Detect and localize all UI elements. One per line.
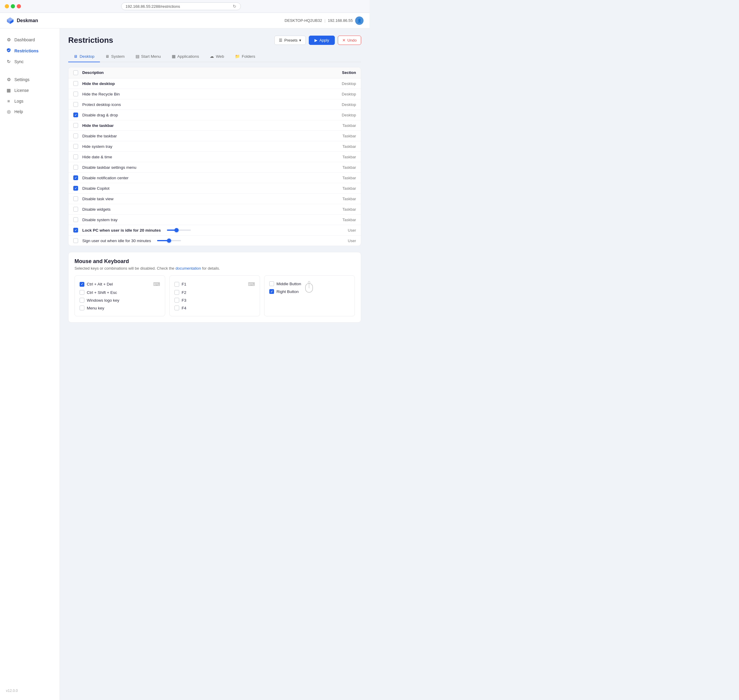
kb-grid: Ctrl + Alt + Del ⌨ Ctrl + Shift + Esc Wi… <box>75 275 355 316</box>
header-right: DESKTOP-HQ2UB32 | 192.168.86.55 👤 <box>285 16 363 25</box>
tabs-bar: 🖥 Desktop 🖥 System ▤ Start Menu ▦ Applic… <box>68 51 361 62</box>
address-bar[interactable]: 192.168.86.55:2288/restrictions ↻ <box>121 2 241 10</box>
row-5-checkbox[interactable] <box>73 134 78 138</box>
tab-desktop[interactable]: 🖥 Desktop <box>68 51 100 62</box>
sidebar-nav: ⚙ Dashboard Restrictions ↻ Sync <box>0 34 60 120</box>
row-2-checkbox[interactable] <box>73 102 78 107</box>
main-layout: ⚙ Dashboard Restrictions ↻ Sync <box>0 28 369 700</box>
mouse-items: Middle Button Right Button <box>269 280 301 296</box>
sidebar-item-logs[interactable]: ≡ Logs <box>0 96 60 106</box>
tab-applications[interactable]: ▦ Applications <box>166 51 205 62</box>
deskman-logo-icon <box>6 16 14 25</box>
row-0-checkbox[interactable] <box>73 81 78 86</box>
desktop-tab-label: Desktop <box>79 54 94 59</box>
minimize-button[interactable] <box>5 4 9 8</box>
f3-checkbox[interactable] <box>175 298 179 303</box>
row-11-checkbox[interactable] <box>73 196 78 201</box>
ctrl-shift-esc-checkbox[interactable] <box>79 290 84 295</box>
row-13-label: Disable system tray <box>82 218 320 222</box>
row-6-section: Taskbar <box>320 144 356 149</box>
kb-group-mouse: Middle Button Right Button <box>264 275 355 316</box>
table-row: Disable task view Taskbar <box>69 194 361 204</box>
right-button-checkbox[interactable] <box>269 289 274 294</box>
f4-checkbox[interactable] <box>175 306 179 310</box>
table-row: Hide the taskbar Taskbar <box>69 120 361 131</box>
row-9-checkbox[interactable] <box>73 175 78 180</box>
middle-button-checkbox[interactable] <box>269 281 274 286</box>
row-14-label: Lock PC when user is idle for 20 minutes <box>82 228 320 232</box>
sidebar-item-label-settings: Settings <box>14 77 29 82</box>
idle-lock-slider[interactable] <box>167 229 191 231</box>
row-11-section: Taskbar <box>320 197 356 201</box>
undo-button[interactable]: ✕ Undo <box>338 35 361 45</box>
folders-tab-label: Folders <box>242 54 255 59</box>
row-5-label: Disable the taskbar <box>82 134 320 138</box>
tab-system[interactable]: 🖥 System <box>100 51 130 62</box>
sidebar-item-settings[interactable]: ⚙ Settings <box>0 74 60 85</box>
row-9-label: Disable notification center <box>82 176 320 180</box>
apply-button[interactable]: ▶ Apply <box>309 35 335 45</box>
row-8-label: Disable taskbar settings menu <box>82 165 320 170</box>
table-row: Hide the Recycle Bin Desktop <box>69 89 361 99</box>
row-13-checkbox[interactable] <box>73 217 78 222</box>
select-all-checkbox[interactable] <box>73 70 78 75</box>
mouse-keyboard-title: Mouse and Keyboard <box>75 258 355 265</box>
tab-web[interactable]: ☁ Web <box>204 51 229 62</box>
web-tab-label: Web <box>216 54 224 59</box>
kb-item: Menu key <box>79 304 160 312</box>
tab-folders[interactable]: 📁 Folders <box>229 51 261 62</box>
windows-logo-checkbox[interactable] <box>79 298 84 303</box>
table-row: Disable drag & drop Desktop <box>69 110 361 120</box>
table-row: Disable taskbar settings menu Taskbar <box>69 162 361 173</box>
table-row: Disable widgets Taskbar <box>69 204 361 215</box>
row-10-checkbox[interactable] <box>73 186 78 191</box>
license-icon: ▦ <box>6 88 11 93</box>
sidebar-item-label-dashboard: Dashboard <box>14 37 35 42</box>
logs-icon: ≡ <box>6 99 11 104</box>
f1-checkbox[interactable] <box>175 282 179 287</box>
row-7-checkbox[interactable] <box>73 154 78 159</box>
avatar[interactable]: 👤 <box>355 16 363 25</box>
ip-address: 192.168.86.55 <box>328 18 353 23</box>
row-4-checkbox[interactable] <box>73 123 78 128</box>
close-button[interactable] <box>17 4 21 8</box>
row-12-checkbox[interactable] <box>73 207 78 212</box>
sidebar-item-help[interactable]: ◎ Help <box>0 106 60 117</box>
sidebar-item-dashboard[interactable]: ⚙ Dashboard <box>0 34 60 45</box>
row-3-checkbox[interactable] <box>73 113 78 117</box>
windows-logo-label: Windows logo key <box>87 298 119 303</box>
sync-icon: ↻ <box>6 59 11 64</box>
sidebar-item-sync[interactable]: ↻ Sync <box>0 56 60 67</box>
sidebar-item-label-sync: Sync <box>14 59 24 64</box>
menu-key-checkbox[interactable] <box>79 306 84 310</box>
row-1-checkbox[interactable] <box>73 91 78 96</box>
idle-signout-slider[interactable] <box>157 240 181 241</box>
row-14-checkbox[interactable] <box>73 228 78 232</box>
maximize-button[interactable] <box>11 4 15 8</box>
reload-icon[interactable]: ↻ <box>233 4 237 9</box>
restrictions-table: Description Section Hide the desktop Des… <box>68 67 361 246</box>
sidebar: ⚙ Dashboard Restrictions ↻ Sync <box>0 28 60 700</box>
mouse-icon <box>305 280 313 293</box>
table-row: Hide date & time Taskbar <box>69 152 361 162</box>
row-10-section: Taskbar <box>320 186 356 191</box>
ctrl-alt-del-checkbox[interactable] <box>79 282 84 287</box>
f2-label: F2 <box>182 290 187 295</box>
tab-startmenu[interactable]: ▤ Start Menu <box>130 51 166 62</box>
kb-group-fn-keys: F1 ⌨ F2 F3 F4 <box>169 275 260 316</box>
table-row: Hide system tray Taskbar <box>69 141 361 152</box>
presets-button[interactable]: ☰ Presets ▾ <box>274 35 306 45</box>
row-8-checkbox[interactable] <box>73 165 78 170</box>
logo-area: Deskman <box>6 16 38 25</box>
sidebar-item-label-license: License <box>14 88 29 93</box>
row-15-checkbox[interactable] <box>73 238 78 243</box>
middle-button-label: Middle Button <box>276 282 301 286</box>
row-3-section: Desktop <box>320 113 356 117</box>
sidebar-group-main: ⚙ Dashboard Restrictions ↻ Sync <box>0 34 60 67</box>
sidebar-item-license[interactable]: ▦ License <box>0 85 60 96</box>
restrictions-icon <box>6 48 11 54</box>
documentation-link[interactable]: documentation <box>175 266 201 271</box>
row-6-checkbox[interactable] <box>73 144 78 149</box>
f2-checkbox[interactable] <box>175 290 179 295</box>
sidebar-item-restrictions[interactable]: Restrictions <box>0 45 60 56</box>
